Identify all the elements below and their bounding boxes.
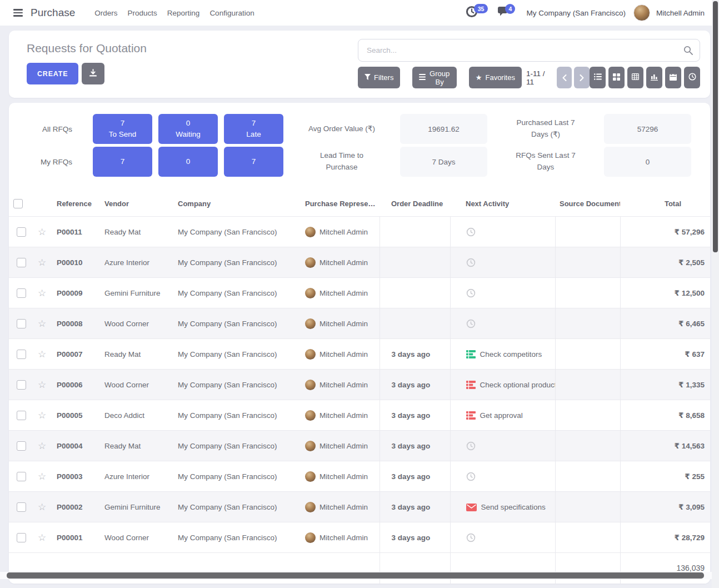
favorite-star-icon[interactable]: ☆ [38,441,46,451]
graph-view-button[interactable] [646,67,662,88]
table-row[interactable]: ☆ P00007 Ready Mat My Company (San Franc… [9,339,710,370]
row-order-deadline: 3 days ago [380,492,450,522]
my-rfqs-label[interactable]: My RFQs [9,147,87,177]
header-next-activity[interactable]: Next Activity [450,191,555,217]
search-input[interactable] [358,39,700,62]
pivot-view-button[interactable] [627,67,643,88]
pager-next-button[interactable] [574,67,590,88]
table-row[interactable]: ☆ P00003 Azure Interior My Company (San … [9,461,710,492]
header-company[interactable]: Company [173,191,301,217]
table-row[interactable]: ☆ P00009 Gemini Furniture My Company (Sa… [9,278,710,308]
menu-item-orders[interactable]: Orders [89,6,122,21]
tasks-icon[interactable] [466,411,476,420]
vertical-scrollbar-thumb[interactable] [713,1,718,252]
header-order-deadline[interactable]: Order Deadline [380,191,450,217]
row-source-document [555,522,620,553]
activities-button[interactable]: 35 [466,6,488,20]
my-late-button[interactable]: 7 [224,147,283,177]
activity-clock-icon[interactable] [466,533,476,542]
row-checkbox[interactable] [17,288,26,298]
my-waiting-button[interactable]: 0 [158,147,218,177]
menu-item-reporting[interactable]: Reporting [162,6,205,21]
filters-button[interactable]: Filters [358,67,400,88]
group-by-lines-icon [419,73,426,82]
favorites-button[interactable]: ★ Favorites [469,67,522,88]
row-checkbox[interactable] [17,441,26,451]
kanban-view-button[interactable] [608,67,625,88]
table-row[interactable]: ☆ P00008 Wood Corner My Company (San Fra… [9,308,710,339]
calendar-view-button[interactable] [665,67,681,88]
row-checkbox[interactable] [17,319,26,328]
table-row[interactable]: ☆ P00005 Deco Addict My Company (San Fra… [9,400,710,431]
table-row[interactable]: ☆ P00011 Ready Mat My Company (San Franc… [9,217,710,247]
export-button[interactable] [82,63,104,84]
favorite-star-icon[interactable]: ☆ [38,532,46,543]
to-send-button[interactable]: 7 To Send [93,114,152,144]
favorite-star-icon[interactable]: ☆ [38,257,46,268]
activity-view-button[interactable] [684,67,700,88]
header-vendor[interactable]: Vendor [100,191,173,217]
table-row[interactable]: ☆ P00002 Gemini Furniture My Company (Sa… [9,492,710,522]
row-checkbox[interactable] [17,472,26,481]
my-to-send-button[interactable]: 7 [93,147,152,177]
favorite-star-icon[interactable]: ☆ [38,502,46,512]
messages-button[interactable]: 4 [497,6,515,19]
kanban-view-icon [613,73,620,82]
favorite-star-icon[interactable]: ☆ [38,288,46,298]
late-button[interactable]: 7 Late [224,114,283,144]
header-reference[interactable]: Reference [52,191,100,217]
activity-clock-icon[interactable] [466,258,476,267]
activity-clock-icon[interactable] [466,288,476,298]
select-all-checkbox[interactable] [13,199,23,208]
row-checkbox[interactable] [17,533,26,542]
all-rfqs-label[interactable]: All RFQs [9,114,87,144]
table-header-row: Reference Vendor Company Purchase Repres… [9,191,710,217]
table-row[interactable]: ☆ P00006 Wood Corner My Company (San Fra… [9,370,710,400]
header-purchase-representative[interactable]: Purchase Represe… [301,191,380,217]
waiting-button[interactable]: 0 Waiting [158,114,218,144]
app-brand[interactable]: Purchase [31,7,75,19]
row-vendor: Wood Corner [100,522,173,553]
horizontal-scrollbar-thumb[interactable] [7,572,704,579]
tasks-icon[interactable] [466,350,476,358]
favorite-star-icon[interactable]: ☆ [38,227,46,237]
row-checkbox[interactable] [17,411,26,420]
menu-toggle-icon[interactable] [13,9,23,17]
user-name[interactable]: Mitchell Admin [656,9,705,17]
row-checkbox[interactable] [17,502,26,512]
header-total[interactable]: Total [620,191,710,217]
favorite-star-icon[interactable]: ☆ [38,410,46,421]
favorite-star-icon[interactable]: ☆ [38,318,46,329]
table-row[interactable]: ☆ P00004 Ready Mat My Company (San Franc… [9,431,710,461]
activity-clock-icon[interactable] [466,227,476,237]
menu-item-products[interactable]: Products [123,6,162,21]
table-row[interactable]: ☆ P00001 Wood Corner My Company (San Fra… [9,522,710,553]
row-checkbox[interactable] [17,227,26,237]
favorite-star-icon[interactable]: ☆ [38,471,46,482]
row-company: My Company (San Francisco) [173,278,301,308]
group-by-button[interactable]: Group By [412,67,456,88]
favorite-star-icon[interactable]: ☆ [38,349,46,360]
row-checkbox[interactable] [17,258,26,267]
activity-clock-icon[interactable] [466,441,476,451]
activity-clock-icon[interactable] [466,319,476,328]
user-avatar[interactable] [633,4,650,21]
pager-previous-button[interactable] [557,67,572,88]
activity-clock-icon[interactable] [466,472,476,481]
row-checkbox[interactable] [17,350,26,359]
list-view-button[interactable] [590,67,606,88]
table-row[interactable]: ☆ P00010 Azure Interior My Company (San … [9,247,710,278]
create-button[interactable]: CREATE [27,63,78,84]
search-icon[interactable] [683,46,693,57]
horizontal-scrollbar[interactable] [0,572,712,579]
header-source-document[interactable]: Source Document [555,191,620,217]
tasks-icon[interactable] [466,381,476,389]
purchased-last7-value: 57296 [604,114,691,144]
envelope-icon[interactable] [466,504,477,511]
favorite-star-icon[interactable]: ☆ [38,380,46,390]
vertical-scrollbar[interactable] [712,0,719,588]
menu-item-configuration[interactable]: Configuration [204,6,259,21]
top-navbar: Purchase Orders Products Reporting Confi… [0,0,719,26]
row-checkbox[interactable] [17,380,26,390]
company-switcher[interactable]: My Company (San Francisco) [526,9,626,17]
